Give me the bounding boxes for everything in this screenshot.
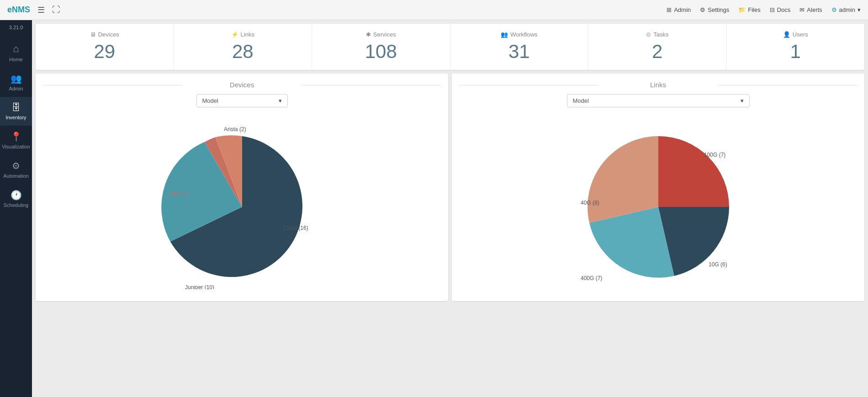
stat-tasks[interactable]: ⊙ Tasks 2 xyxy=(588,24,727,70)
stat-workflows[interactable]: 👥 Workflows 31 xyxy=(450,24,589,70)
links-chart-card: Links Model ▾ xyxy=(452,74,864,301)
alerts-nav-item[interactable]: ✉ Alerts xyxy=(799,6,822,13)
sidebar-item-inventory[interactable]: 🗄 Inventory xyxy=(0,97,32,126)
files-icon: 📁 xyxy=(738,6,746,13)
docs-icon: ⊟ xyxy=(770,6,775,13)
admin-nav-item[interactable]: ⊞ Admin xyxy=(667,6,691,13)
user-menu[interactable]: ⚙ admin ▾ xyxy=(831,6,861,13)
10g-label: 10G (6) xyxy=(709,261,727,268)
sidebar-label-inventory: Inventory xyxy=(5,115,26,120)
links-chart-title: Links xyxy=(459,81,857,89)
automation-icon: ⚙ xyxy=(12,160,20,171)
devices-chart-card: Devices Model ▾ xyxy=(36,74,448,301)
devices-chart-title: Devices xyxy=(43,81,441,89)
scheduling-icon: 🕐 xyxy=(11,190,22,201)
stat-value-links: 28 xyxy=(232,41,254,63)
stat-value-workflows: 31 xyxy=(508,41,530,63)
version-text: 3.21.0 xyxy=(9,25,23,30)
charts-area: Devices Model ▾ xyxy=(32,74,868,305)
main-layout: 3.21.0 ⌂ Home 👥 Admin 🗄 Inventory 📍 Visu… xyxy=(0,20,868,397)
juniper-label: Juniper (10) xyxy=(185,284,214,289)
home-icon: ⌂ xyxy=(13,43,19,55)
stat-label-workflows: Workflows xyxy=(510,31,538,38)
sidebar-item-admin[interactable]: 👥 Admin xyxy=(0,68,32,97)
stat-label-services: Services xyxy=(373,31,396,38)
monitor-icon: 🖥 xyxy=(90,31,96,38)
arista-label: Arista (2) xyxy=(224,126,246,132)
400g-label: 400G (7) xyxy=(581,275,602,281)
stat-devices[interactable]: 🖥 Devices 29 xyxy=(36,24,174,70)
links-icon: ⚡ xyxy=(231,31,238,38)
expand-button[interactable]: ⛶ xyxy=(52,5,60,15)
devices-model-dropdown[interactable]: Model ▾ xyxy=(196,94,288,107)
top-bar: eNMS ☰ ⛶ ⊞ Admin ⚙ Settings 📁 Files ⊟ Do… xyxy=(0,0,868,20)
top-bar-icons: ⊞ Admin ⚙ Settings 📁 Files ⊟ Docs ✉ Aler… xyxy=(667,6,861,13)
visualization-icon: 📍 xyxy=(11,131,22,142)
top-bar-left: eNMS ☰ ⛶ xyxy=(7,5,60,15)
links-dropdown-chevron-icon: ▾ xyxy=(741,97,744,104)
settings-icon: ⚙ xyxy=(700,6,705,13)
sidebar-item-visualization[interactable]: 📍 Visualization xyxy=(0,126,32,155)
admin-sidebar-icon: 👥 xyxy=(11,73,22,84)
stat-links[interactable]: ⚡ Links 28 xyxy=(174,24,312,70)
sidebar-item-automation[interactable]: ⚙ Automation xyxy=(0,155,32,184)
sidebar-item-scheduling[interactable]: 🕐 Scheduling xyxy=(0,184,32,213)
users-icon: 👤 xyxy=(783,31,790,38)
sidebar: 3.21.0 ⌂ Home 👥 Admin 🗄 Inventory 📍 Visu… xyxy=(0,20,32,397)
stat-label-devices: Devices xyxy=(98,31,119,38)
content-area: 🖥 Devices 29 ⚡ Links 28 ✱ Services 108 xyxy=(32,20,868,397)
stat-label-tasks: Tasks xyxy=(653,31,668,38)
inventory-icon: 🗄 xyxy=(11,102,21,113)
files-nav-item[interactable]: 📁 Files xyxy=(738,6,760,13)
40g-label: 40G (8) xyxy=(581,200,599,206)
docs-nav-item[interactable]: ⊟ Docs xyxy=(770,6,791,13)
tasks-icon: ⊙ xyxy=(646,31,651,38)
sidebar-label-visualization: Visualization xyxy=(2,144,30,149)
devices-pie-chart: Cisco (16) Juniper (10) linux (1) Arista… xyxy=(160,125,324,289)
services-icon: ✱ xyxy=(366,31,371,38)
sidebar-label-admin: Admin xyxy=(9,86,23,91)
workflows-icon: 👥 xyxy=(501,31,508,38)
links-pie-chart: 100G (7) 10G (6) 400G (7) 40G (8) xyxy=(576,125,741,289)
sidebar-label-home: Home xyxy=(9,57,22,62)
sidebar-item-home[interactable]: ⌂ Home xyxy=(0,37,32,68)
links-model-dropdown[interactable]: Model ▾ xyxy=(567,94,750,107)
dropdown-chevron-icon: ▾ xyxy=(279,97,282,104)
sidebar-label-automation: Automation xyxy=(3,173,29,179)
cisco-label: Cisco (16) xyxy=(283,225,308,231)
stat-value-tasks: 2 xyxy=(652,41,662,63)
admin-icon: ⊞ xyxy=(667,6,672,13)
100g-label: 100G (7) xyxy=(704,152,725,158)
stat-value-users: 1 xyxy=(790,41,801,63)
chevron-down-icon: ▾ xyxy=(857,6,861,13)
stat-label-links: Links xyxy=(241,31,254,38)
stats-bar: 🖥 Devices 29 ⚡ Links 28 ✱ Services 108 xyxy=(36,24,864,70)
stat-label-users: Users xyxy=(793,31,808,38)
stat-value-services: 108 xyxy=(365,41,397,63)
alerts-icon: ✉ xyxy=(799,6,804,13)
100g-segment xyxy=(658,136,729,207)
links-chart-container: 100G (7) 10G (6) 400G (7) 40G (8) xyxy=(459,120,857,294)
stat-value-devices: 29 xyxy=(94,41,115,63)
app-title: eNMS xyxy=(7,5,30,15)
linux-label: linux (1) xyxy=(169,191,189,197)
user-icon: ⚙ xyxy=(831,6,837,13)
hamburger-button[interactable]: ☰ xyxy=(37,5,45,15)
stat-users[interactable]: 👤 Users 1 xyxy=(727,24,865,70)
stat-services[interactable]: ✱ Services 108 xyxy=(312,24,450,70)
settings-nav-item[interactable]: ⚙ Settings xyxy=(700,6,729,13)
devices-chart-container: Cisco (16) Juniper (10) linux (1) Arista… xyxy=(43,120,441,294)
sidebar-label-scheduling: Scheduling xyxy=(4,202,28,208)
